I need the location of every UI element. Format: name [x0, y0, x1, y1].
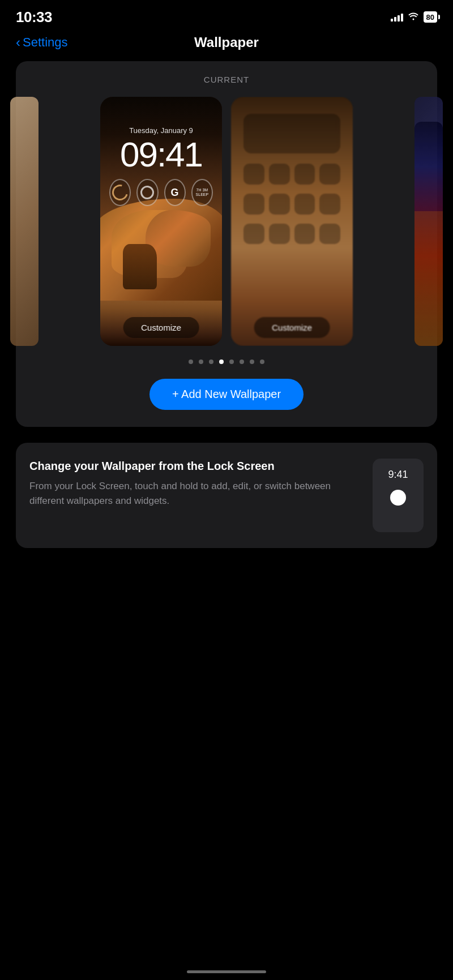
lock-widgets: G 7H 3MSLEEP: [100, 172, 222, 206]
info-description: From your Lock Screen, touch and hold to…: [29, 479, 361, 508]
wifi-icon: [408, 11, 419, 23]
app-icon-9: [243, 224, 264, 245]
app-icon-2: [269, 164, 290, 185]
mini-lock-circle: [390, 490, 406, 506]
page-dot-4-active: [219, 360, 224, 364]
app-icon-5: [243, 194, 264, 215]
app-icon-3: [294, 164, 315, 185]
app-icon-7: [294, 194, 315, 215]
ring-widget: [136, 179, 158, 206]
sleep-icon: 7H 3MSLEEP: [196, 188, 209, 198]
ring-icon: [140, 186, 154, 199]
app-icon-8: [319, 194, 340, 215]
app-icon-11: [294, 224, 315, 245]
page-dot-5: [229, 360, 234, 364]
app-icon-12: [319, 224, 340, 245]
home-app-grid-row1: [243, 164, 340, 185]
add-wallpaper-button[interactable]: + Add New Wallpaper: [149, 379, 304, 410]
wallpaper-card-container: CURRENT: [16, 61, 437, 427]
status-bar: 10:33 80: [0, 0, 453, 31]
sleep-widget: 7H 3MSLEEP: [191, 179, 213, 206]
status-icons: 80: [391, 11, 437, 23]
lock-time: 09:41: [100, 137, 222, 172]
nav-header: ‹ Settings Wallpaper: [0, 31, 453, 61]
battery-icon: 80: [424, 11, 437, 23]
google-widget: G: [164, 179, 186, 206]
app-icon-6: [269, 194, 290, 215]
g-icon: G: [171, 187, 179, 199]
home-app-grid-row3: [243, 224, 340, 245]
section-label: CURRENT: [27, 75, 426, 84]
page-indicators: [27, 360, 426, 364]
home-indicator: [187, 970, 266, 973]
back-button[interactable]: ‹ Settings: [16, 35, 68, 50]
lock-date: Tuesday, January 9: [100, 113, 222, 137]
activity-widget: [109, 179, 131, 206]
home-app-grid-row2: [243, 194, 340, 215]
page-dot-1: [189, 360, 193, 364]
app-icon-4: [319, 164, 340, 185]
signal-bars-icon: [391, 12, 403, 22]
lock-screen-preview[interactable]: Tuesday, January 9 09:41 G 7H: [100, 97, 222, 346]
page-dot-7: [250, 360, 254, 364]
wallpaper-previews-area: Tuesday, January 9 09:41 G 7H: [27, 97, 426, 346]
info-text-area: Change your Wallpaper from the Lock Scre…: [29, 459, 361, 508]
status-time: 10:33: [16, 8, 52, 26]
home-screen-preview[interactable]: Customize: [231, 97, 353, 346]
app-icon-10: [269, 224, 290, 245]
page-dot-2: [199, 360, 203, 364]
app-icon-1: [243, 164, 264, 185]
page-dot-3: [209, 360, 213, 364]
info-title: Change your Wallpaper from the Lock Scre…: [29, 459, 361, 473]
activity-ring-icon: [109, 182, 131, 203]
page-dot-8: [260, 360, 264, 364]
mini-lock-screen: 9:41: [373, 459, 424, 532]
back-label: Settings: [23, 35, 68, 50]
page-title: Wallpaper: [194, 35, 259, 50]
info-card: Change your Wallpaper from the Lock Scre…: [16, 443, 437, 548]
mini-lock-time: 9:41: [388, 469, 408, 481]
page-dot-6: [240, 360, 244, 364]
home-top-widget: [243, 114, 340, 153]
wallpaper-previews: Tuesday, January 9 09:41 G 7H: [27, 97, 426, 346]
chevron-left-icon: ‹: [16, 36, 20, 49]
lock-customize-button[interactable]: Customize: [123, 317, 199, 338]
